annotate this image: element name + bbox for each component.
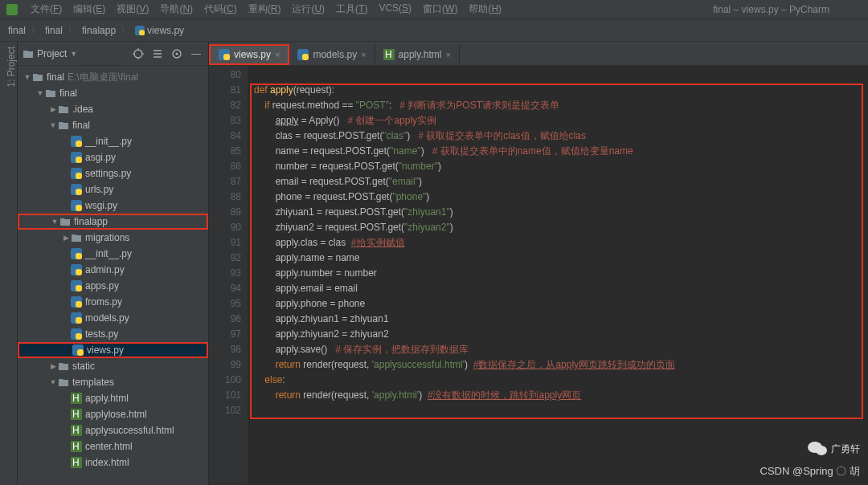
tree-label: settings.py [85, 168, 131, 179]
menu-item[interactable]: 工具(T) [331, 1, 372, 18]
tree-node[interactable]: ▼final [18, 85, 208, 101]
tree-twisty[interactable]: ▼ [23, 73, 32, 81]
tree-twisty[interactable]: ▶ [48, 105, 58, 113]
tree-node[interactable]: applylose.html [18, 406, 208, 422]
tree-node[interactable]: apps.py [18, 278, 208, 294]
tree-label: apps.py [85, 280, 119, 291]
settings-icon[interactable] [170, 47, 184, 61]
tree-twisty[interactable]: ▶ [61, 234, 71, 242]
tree-label: urls.py [85, 184, 113, 195]
py-icon [71, 280, 82, 291]
sidebar-gutter[interactable]: 1: Project [0, 42, 18, 485]
editor-tab[interactable]: apply.html× [375, 44, 460, 65]
tree-node[interactable]: asgi.py [18, 149, 208, 165]
html-icon [71, 425, 82, 436]
locate-icon[interactable] [131, 47, 145, 61]
project-tree: ▼finalE:\电脑桌面\final▼final▶.idea▼final__i… [18, 66, 208, 485]
svg-point-8 [816, 446, 827, 455]
editor-tab[interactable]: views.py× [209, 44, 289, 65]
py-icon [71, 328, 82, 340]
close-icon[interactable]: × [445, 50, 450, 59]
breadcrumb-item[interactable]: views.py [135, 25, 184, 36]
sidebar-gutter-label: 1: Project [6, 47, 17, 88]
menu-item[interactable]: 帮助(H) [464, 1, 506, 18]
breadcrumb-item[interactable]: finalapp [82, 25, 116, 36]
menu-item[interactable]: 视图(V) [112, 1, 154, 18]
breadcrumb-sep: 〉 [31, 23, 40, 37]
tree-node[interactable]: froms.py [18, 294, 208, 310]
tree-node[interactable]: wsgi.py [18, 198, 208, 214]
menu-item[interactable]: VCS(S) [374, 1, 416, 18]
breadcrumb-item[interactable]: final [8, 25, 26, 36]
code-content[interactable]: def apply(request): if request.method ==… [248, 66, 868, 485]
tree-node[interactable]: apply.html [18, 390, 208, 406]
tree-twisty[interactable]: ▶ [48, 362, 58, 370]
editor-tab[interactable]: models.py× [289, 44, 375, 65]
py-icon [71, 184, 82, 195]
tree-node[interactable]: center.html [18, 438, 208, 454]
py-icon [71, 264, 82, 275]
menu-item[interactable]: 窗口(W) [418, 1, 462, 18]
tree-node[interactable]: ▶migrations [18, 230, 208, 246]
window-title: final – views.py – PyCharm [713, 4, 829, 15]
py-icon [71, 312, 82, 324]
tree-label: tests.py [85, 328, 118, 340]
wechat-icon [807, 439, 828, 457]
tree-label: models.py [85, 312, 129, 324]
tree-node[interactable]: applysuccessful.html [18, 422, 208, 438]
project-icon [23, 48, 34, 59]
app-logo-icon [6, 4, 18, 15]
menu-item[interactable]: 文件(F) [26, 1, 67, 18]
tree-twisty[interactable]: ▼ [48, 378, 58, 386]
expand-icon[interactable] [150, 47, 165, 61]
tree-node[interactable]: index.html [18, 454, 208, 471]
breadcrumb-item[interactable]: final [45, 25, 63, 36]
tree-node[interactable]: models.py [18, 310, 208, 326]
tree-twisty[interactable]: ▼ [50, 218, 59, 226]
close-icon[interactable]: × [361, 50, 366, 59]
tree-node[interactable]: urls.py [18, 181, 208, 198]
folder-icon [71, 232, 82, 243]
menu-item[interactable]: 运行(U) [287, 1, 330, 18]
folder-icon [58, 361, 69, 372]
tree-node[interactable]: __init__.py [18, 133, 208, 149]
code-editor[interactable]: 8081828384858687888990919293949596979899… [209, 66, 868, 485]
tree-path: E:\电脑桌面\final [68, 71, 138, 84]
tree-label: wsgi.py [85, 200, 117, 211]
tree-node[interactable]: ▼templates [18, 374, 208, 390]
breadcrumb-sep: 〉 [121, 23, 130, 37]
tree-label: __init__.py [85, 248, 132, 259]
dropdown-icon[interactable]: ▼ [70, 50, 77, 58]
tree-node[interactable]: ▼final [18, 117, 208, 133]
tree-label: final [59, 88, 77, 99]
hide-button[interactable]: — [189, 47, 203, 61]
menu-item[interactable]: 代码(C) [199, 1, 242, 18]
folder-icon [58, 104, 69, 115]
tree-label: templates [72, 377, 114, 388]
menu-item[interactable]: 导航(N) [155, 1, 198, 18]
tree-node[interactable]: views.py [18, 342, 208, 358]
tree-node[interactable]: ▶.idea [18, 101, 208, 117]
tree-label: final [47, 71, 64, 83]
py-icon [71, 136, 82, 147]
tree-node[interactable]: ▼finalE:\电脑桌面\final [18, 69, 208, 85]
menu-item[interactable]: 重构(R) [244, 1, 286, 18]
py-icon [71, 248, 82, 259]
tree-label: center.html [85, 441, 133, 452]
breadcrumb: final〉final〉finalapp〉views.py [0, 19, 868, 42]
tree-node[interactable]: ▶static [18, 358, 208, 374]
html-icon [71, 409, 82, 420]
tree-node[interactable]: ▼finalapp [18, 214, 208, 230]
py-icon [71, 152, 82, 163]
menu-item[interactable]: 编辑(E) [68, 1, 110, 18]
tree-twisty[interactable]: ▼ [35, 89, 45, 97]
tree-node[interactable]: admin.py [18, 262, 208, 278]
py-icon [71, 296, 82, 308]
tree-twisty[interactable]: ▼ [48, 121, 58, 129]
tree-node[interactable]: settings.py [18, 165, 208, 181]
tree-label: index.html [85, 457, 129, 468]
tree-node[interactable]: __init__.py [18, 246, 208, 262]
tree-node[interactable]: tests.py [18, 326, 208, 342]
close-icon[interactable]: × [275, 50, 280, 59]
folder-icon [32, 71, 43, 83]
